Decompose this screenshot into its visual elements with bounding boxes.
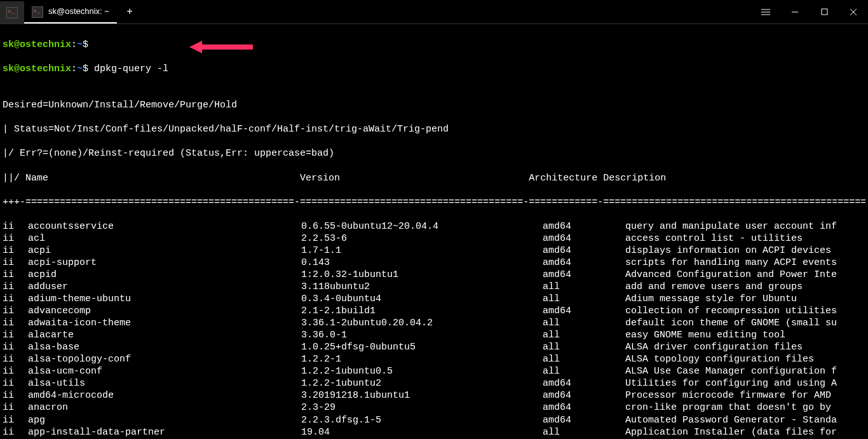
- prompt-dollar: $: [83, 39, 88, 50]
- pkg-arch: amd64: [543, 269, 625, 281]
- pkg-arch: all: [543, 365, 625, 377]
- pkg-arch: all: [543, 281, 625, 293]
- pkg-arch: amd64: [543, 220, 625, 233]
- terminal-content[interactable]: sk@ostechnix:~$ sk@ostechnix:~$ dpkg-que…: [0, 24, 868, 439]
- pkg-desc: cron-like program that doesn't go by: [625, 402, 865, 414]
- close-button[interactable]: [839, 0, 868, 24]
- table-row: iialsa-ucm-conf1.2.2-1ubuntu0.5allALSA U…: [3, 365, 865, 377]
- pkg-arch: all: [543, 426, 625, 438]
- svg-rect-4: [822, 9, 827, 15]
- pkg-name: alsa-utils: [28, 377, 301, 389]
- table-row: iiacpi1.7-1.1amd64displays information o…: [3, 245, 865, 257]
- dpkg-header-3: |/ Err?=(none)/Reinst-required (Status,E…: [3, 147, 865, 159]
- table-row: iialsa-topology-conf1.2.2-1allALSA topol…: [3, 353, 865, 365]
- table-row: iialsa-utils1.2.2-1ubuntu2amd64Utilities…: [3, 377, 865, 389]
- table-row: iianacron2.3-29amd64cron-like program th…: [3, 402, 865, 414]
- window-controls: [751, 0, 868, 24]
- table-row: iiadwaita-icon-theme3.36.1-2ubuntu0.20.0…: [3, 317, 865, 329]
- pkg-version: 19.04: [301, 426, 543, 438]
- menu-button[interactable]: [751, 0, 780, 24]
- pkg-desc: Utilities for configuring and using A: [625, 377, 865, 389]
- titlebar: >_ >_ sk@ostechnix: ~ +: [0, 0, 868, 24]
- arrow-line: [202, 44, 253, 50]
- pkg-name: amd64-microcode: [28, 389, 301, 402]
- prompt-user: sk@ostechnix: [3, 39, 71, 50]
- pkg-status: ii: [3, 317, 28, 329]
- tab-icon-only[interactable]: >_: [0, 1, 24, 24]
- pkg-desc: ALSA driver configuration files: [625, 341, 865, 353]
- pkg-version: 1:2.0.32-1ubuntu1: [301, 269, 543, 281]
- pkg-name: apg: [28, 414, 301, 426]
- hamburger-icon: [761, 9, 770, 15]
- pkg-desc: Processor microcode firmware for AMD: [625, 389, 865, 402]
- pkg-name: adduser: [28, 281, 301, 293]
- minimize-icon: [791, 8, 799, 16]
- add-tab-button[interactable]: +: [117, 1, 142, 24]
- pkg-arch: amd64: [543, 257, 625, 269]
- prompt-user: sk@ostechnix: [3, 64, 71, 74]
- pkg-arch: all: [543, 317, 625, 329]
- pkg-version: 2.2.53-6: [301, 233, 543, 245]
- table-row: iiacl2.2.53-6amd64access control list - …: [3, 233, 865, 245]
- pkg-version: 2.3-29: [301, 402, 543, 414]
- close-icon: [850, 8, 857, 16]
- pkg-version: 0.6.55-0ubuntu12~20.04.4: [301, 220, 543, 233]
- pkg-desc: easy GNOME menu editing tool: [625, 329, 865, 341]
- pkg-arch: amd64: [543, 414, 625, 426]
- table-row: iiacpid1:2.0.32-1ubuntu1amd64Advanced Co…: [3, 269, 865, 281]
- table-row: iiadvancecomp2.1-2.1build1amd64collectio…: [3, 305, 865, 317]
- table-row: iiapg2.2.3.dfsg.1-5amd64Automated Passwo…: [3, 414, 865, 426]
- table-row: iiacpi-support0.143amd64scripts for hand…: [3, 257, 865, 269]
- tab-bar: >_ >_ sk@ostechnix: ~ +: [0, 0, 142, 24]
- pkg-status: ii: [3, 220, 28, 233]
- pkg-status: ii: [3, 257, 28, 269]
- pkg-name: acpi-support: [28, 257, 301, 269]
- pkg-name: acpi: [28, 245, 301, 257]
- pkg-version: 0.3.4-0ubuntu4: [301, 293, 543, 305]
- prompt-path: ~: [77, 64, 83, 74]
- pkg-status: ii: [3, 389, 28, 402]
- prompt-line-1: sk@ostechnix:~$: [3, 39, 865, 51]
- pkg-desc: Automated Password Generator - Standa: [625, 414, 865, 426]
- maximize-button[interactable]: [810, 0, 839, 24]
- minimize-button[interactable]: [780, 0, 810, 24]
- pkg-desc: add and remove users and groups: [625, 281, 865, 293]
- pkg-status: ii: [3, 377, 28, 389]
- pkg-version: 3.20191218.1ubuntu1: [301, 389, 543, 402]
- command-text: dpkg-query -l: [94, 64, 168, 74]
- pkg-status: ii: [3, 281, 28, 293]
- pkg-arch: amd64: [543, 305, 625, 317]
- pkg-version: 3.36.1-2ubuntu0.20.04.2: [301, 317, 543, 329]
- pkg-version: 1.7-1.1: [301, 245, 543, 257]
- tab-active[interactable]: >_ sk@ostechnix: ~: [24, 1, 117, 24]
- pkg-name: anacron: [28, 402, 301, 414]
- pkg-status: ii: [3, 245, 28, 257]
- pkg-name: adium-theme-ubuntu: [28, 293, 301, 305]
- pkg-version: 2.1-2.1build1: [301, 305, 543, 317]
- pkg-arch: all: [543, 341, 625, 353]
- pkg-desc: scripts for handling many ACPI events: [625, 257, 865, 269]
- pkg-name: accountsservice: [28, 220, 301, 233]
- pkg-status: ii: [3, 269, 28, 281]
- pkg-name: alsa-topology-conf: [28, 353, 301, 365]
- pkg-version: 1.0.25+dfsg-0ubuntu5: [301, 341, 543, 353]
- pkg-desc: collection of recompression utilities: [625, 305, 865, 317]
- prompt-line-2: sk@ostechnix:~$ dpkg-query -l: [3, 63, 865, 75]
- table-row: iiadduser3.118ubuntu2alladd and remove u…: [3, 281, 865, 293]
- pkg-arch: amd64: [543, 389, 625, 402]
- table-row: iialsa-base1.0.25+dfsg-0ubuntu5allALSA d…: [3, 341, 865, 353]
- pkg-desc: displays information on ACPI devices: [625, 245, 865, 257]
- dpkg-header-1: Desired=Unknown/Install/Remove/Purge/Hol…: [3, 99, 865, 111]
- pkg-status: ii: [3, 426, 28, 438]
- dpkg-ruler: +++-====================================…: [3, 196, 865, 208]
- prompt-dollar: $: [83, 64, 88, 74]
- dpkg-column-headers: ||/ Name Version Architecture Descriptio…: [3, 172, 865, 184]
- terminal-icon: >_: [6, 7, 18, 18]
- pkg-arch: amd64: [543, 402, 625, 414]
- pkg-status: ii: [3, 329, 28, 341]
- table-row: iiaccountsservice0.6.55-0ubuntu12~20.04.…: [3, 220, 865, 233]
- pkg-arch: all: [543, 353, 625, 365]
- pkg-status: ii: [3, 293, 28, 305]
- pkg-desc: Application Installer (data files for: [625, 426, 865, 438]
- prompt-path: ~: [77, 39, 83, 50]
